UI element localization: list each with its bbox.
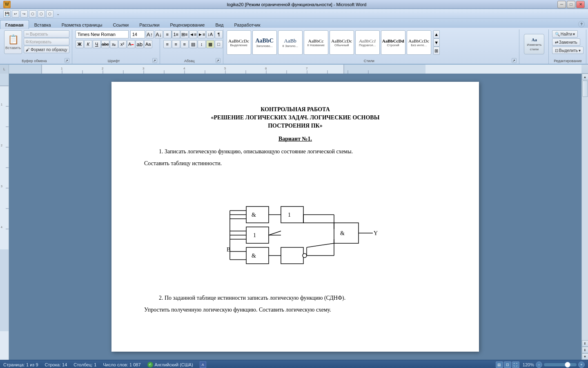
tab-home[interactable]: Главная (0, 20, 29, 29)
cut-button[interactable]: ✂ Вырезать (24, 30, 69, 38)
font-name-input[interactable] (76, 30, 129, 38)
clipboard-small-buttons: ✂ Вырезать ⧉ Копировать 🖌 Формат по обра… (24, 30, 69, 53)
view-layout-btn[interactable]: ⊡ (504, 361, 511, 368)
style-body[interactable]: AaBbCcDc Обычный (330, 30, 354, 55)
borders-button[interactable]: □ (215, 40, 223, 48)
svg-rect-1 (9, 65, 42, 74)
view-normal-btn[interactable]: ▤ (496, 361, 503, 368)
style-subtitle[interactable]: AaBbCcI Подзагол... (355, 30, 380, 55)
style-normal[interactable]: AaBbCcDc Выделение (227, 30, 251, 55)
font-expand[interactable]: ↗ (152, 58, 157, 63)
svg-text:4: 4 (1, 226, 2, 229)
zoom-out-btn[interactable]: − (536, 361, 542, 368)
qa-extra3[interactable]: ⬡ (46, 10, 53, 18)
zoom-thumb[interactable] (565, 362, 570, 368)
line-spacing-button[interactable]: ↕ (198, 40, 206, 48)
redo-qa-button[interactable]: ↪ (20, 10, 28, 18)
editing-content: 🔍 Найти ▾ ⇄ Заменить ⊡ Выделить ▾ (552, 29, 584, 59)
ruler-right-spacer (581, 65, 588, 73)
copy-button[interactable]: ⧉ Копировать (24, 38, 69, 45)
tab-layout[interactable]: Разметка страницы (56, 20, 108, 29)
svg-line-63 (307, 243, 334, 247)
tab-developer[interactable]: Разработчик (229, 20, 265, 29)
style-heading2[interactable]: AaBb II Заголо... (278, 30, 303, 55)
replace-button[interactable]: ⇄ Заменить (552, 38, 580, 46)
clipboard-expand[interactable]: ↗ (65, 58, 69, 63)
close-button[interactable]: ✕ (576, 1, 585, 8)
font-effects-button[interactable]: Aa (144, 40, 152, 48)
bold-button[interactable]: Ж (76, 40, 84, 48)
select-button[interactable]: ⊡ Выделить ▾ (552, 47, 584, 54)
underline-button[interactable]: Ч (93, 40, 101, 48)
change-style-button[interactable]: Aa Изменить стили (524, 34, 544, 54)
scroll-up-button[interactable]: ▲ (582, 74, 588, 80)
sort-button[interactable]: ↕A (206, 30, 214, 38)
para-label: Абзац (163, 59, 216, 63)
style-strict[interactable]: AaBbCcDd Строгий (381, 30, 405, 55)
doc-task1b: Составить таблицу истинности. (144, 159, 446, 168)
indent-increase-button[interactable]: ►≡ (198, 30, 206, 38)
list-bullet-button[interactable]: ≡ (163, 30, 172, 38)
gate-not1 (281, 206, 303, 223)
styles-scroll-up[interactable]: ▲ (433, 30, 440, 38)
tab-review[interactable]: Рецензирование (165, 20, 210, 29)
style-nospace[interactable]: AaBbCcDc Без инте... (407, 30, 431, 55)
align-justify-button[interactable]: ▤ (189, 40, 197, 48)
strikethrough-button[interactable]: abc (101, 40, 109, 48)
list-number-button[interactable]: 1≡ (172, 30, 180, 38)
scroll-thumb[interactable] (582, 81, 588, 97)
italic-button[interactable]: К (84, 40, 92, 48)
svg-text:7: 7 (306, 67, 308, 70)
tab-view[interactable]: Вид (210, 20, 229, 29)
qa-dropdown[interactable]: ⌄ (56, 11, 60, 16)
scroll-page-up[interactable]: ⬆ (582, 340, 588, 347)
align-center-button[interactable]: ≡ (172, 40, 180, 48)
ribbon-help[interactable]: ? (578, 21, 585, 27)
style-heading1[interactable]: AaBbC Заголово... (252, 30, 277, 55)
font-size-input[interactable] (130, 30, 145, 38)
scroll-down-button[interactable]: ▼ (582, 353, 588, 360)
gate-and2 (246, 247, 269, 264)
view-fullscreen-btn[interactable]: ⛶ (512, 361, 519, 368)
scroll-track[interactable] (582, 80, 588, 340)
styles-scroll-down[interactable]: ▼ (433, 38, 440, 47)
indent-decrease-button[interactable]: ◄≡ (189, 30, 197, 38)
highlight-button[interactable]: ab (136, 40, 144, 48)
shading-button[interactable]: ▦ (206, 40, 214, 48)
show-formatting-button[interactable]: ¶ (215, 30, 223, 38)
align-right-button[interactable]: ≡ (180, 40, 189, 48)
undo-qa-button[interactable]: ↩ (12, 10, 19, 18)
styles-expand[interactable]: ⊞ (433, 47, 440, 55)
zoom-control: 120% − + (523, 361, 585, 368)
lang-info: Английский (США) (155, 362, 193, 367)
scroll-page-down[interactable]: ⬇ (582, 347, 588, 353)
format-painter-button[interactable]: 🖌 Формат по образцу (24, 46, 69, 53)
save-qa-button[interactable]: 💾 (3, 10, 11, 18)
svg-text:2: 2 (1, 144, 2, 147)
circuit-svg: B A & 1 (205, 176, 385, 270)
font-grow-button[interactable]: A↑ (146, 30, 154, 38)
align-left-button[interactable]: ≡ (163, 40, 172, 48)
qa-extra1[interactable]: ⬡ (29, 10, 36, 18)
zoom-in-btn[interactable]: + (578, 361, 585, 368)
tab-references[interactable]: Ссылки (107, 20, 134, 29)
tab-mailings[interactable]: Рассылки (134, 20, 165, 29)
paste-button[interactable]: 📋 Вставить (4, 30, 22, 54)
group-font: A↑ A↓ Aa ✕ Ж К Ч abc x₂ x² A▬ ab Aa (73, 29, 160, 64)
qa-extra2[interactable]: ⬡ (38, 10, 45, 18)
para-expand[interactable]: ↗ (216, 58, 220, 63)
font-color-button[interactable]: A▬ (127, 40, 135, 48)
gate-and1 (246, 206, 269, 223)
subscript-button[interactable]: x₂ (110, 40, 118, 48)
tab-insert[interactable]: Вставка (29, 20, 56, 29)
style-title[interactable]: AaBbCc II Название (304, 30, 328, 55)
superscript-button[interactable]: x² (118, 40, 127, 48)
font-content: A↑ A↓ Aa ✕ Ж К Ч abc x₂ x² A▬ ab Aa (76, 29, 157, 57)
find-button[interactable]: 🔍 Найти ▾ (552, 30, 578, 38)
maximize-button[interactable]: □ (567, 1, 575, 8)
zoom-slider[interactable] (544, 363, 577, 366)
doc-task1: 1. Записать логическую функцию, описываю… (144, 147, 446, 156)
minimize-button[interactable]: ─ (557, 1, 566, 8)
styles-expand-btn[interactable]: ↗ (512, 58, 517, 63)
list-multi-button[interactable]: ⊞≡ (180, 30, 189, 38)
